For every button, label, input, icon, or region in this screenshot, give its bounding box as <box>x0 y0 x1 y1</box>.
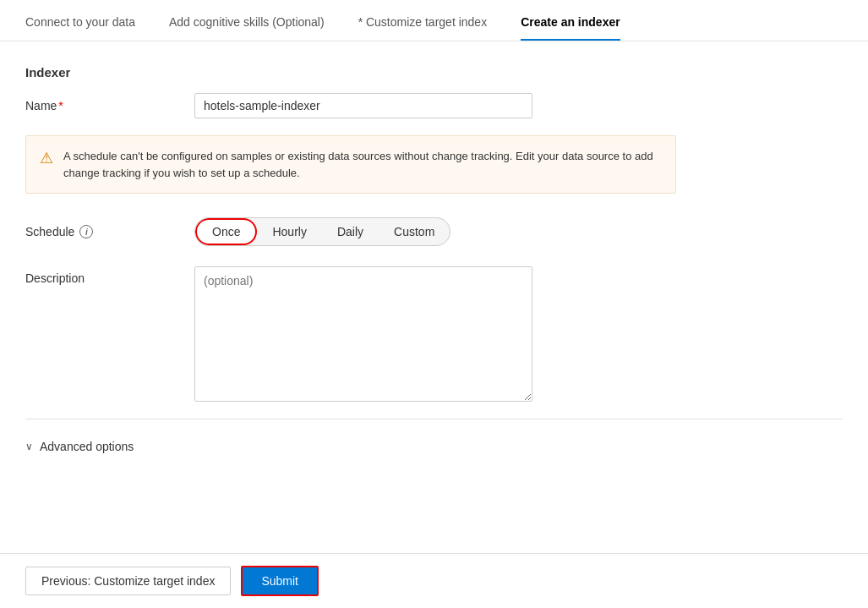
schedule-daily-btn[interactable]: Daily <box>322 218 379 245</box>
top-nav: Connect to your data Add cognitive skill… <box>0 0 868 41</box>
divider <box>25 419 843 419</box>
warning-box: ⚠ A schedule can't be configured on samp… <box>25 135 676 194</box>
tab-cognitive[interactable]: Add cognitive skills (Optional) <box>169 15 325 41</box>
schedule-hourly-btn[interactable]: Hourly <box>257 218 321 245</box>
name-row: Name* <box>25 93 843 118</box>
warning-icon: ⚠ <box>40 149 53 167</box>
tab-indexer[interactable]: Create an indexer <box>521 15 620 41</box>
main-content: Indexer Name* ⚠ A schedule can't be conf… <box>0 41 868 477</box>
schedule-info-icon[interactable]: i <box>79 225 93 238</box>
warning-text: A schedule can't be configured on sample… <box>63 148 662 181</box>
advanced-options-label: Advanced options <box>40 440 134 453</box>
schedule-once-btn[interactable]: Once <box>195 218 257 245</box>
advanced-options-row[interactable]: ∨ Advanced options <box>25 433 843 460</box>
section-title: Indexer <box>25 65 843 79</box>
schedule-label: Schedule i <box>25 225 194 238</box>
bottom-bar: Previous: Customize target index Submit <box>0 553 868 608</box>
name-label: Name* <box>25 99 194 112</box>
name-input[interactable] <box>194 93 532 118</box>
description-textarea[interactable] <box>194 266 532 402</box>
required-star: * <box>58 99 63 112</box>
schedule-toggle: Once Hourly Daily Custom <box>194 217 450 246</box>
tab-connect[interactable]: Connect to your data <box>25 15 135 41</box>
prev-button[interactable]: Previous: Customize target index <box>25 567 231 595</box>
tab-index[interactable]: * Customize target index <box>358 15 488 41</box>
schedule-custom-btn[interactable]: Custom <box>379 218 450 245</box>
description-row: Description <box>25 266 843 402</box>
submit-button[interactable]: Submit <box>241 566 319 596</box>
description-label: Description <box>25 266 194 285</box>
chevron-down-icon: ∨ <box>25 441 33 452</box>
schedule-row: Schedule i Once Hourly Daily Custom <box>25 217 843 246</box>
